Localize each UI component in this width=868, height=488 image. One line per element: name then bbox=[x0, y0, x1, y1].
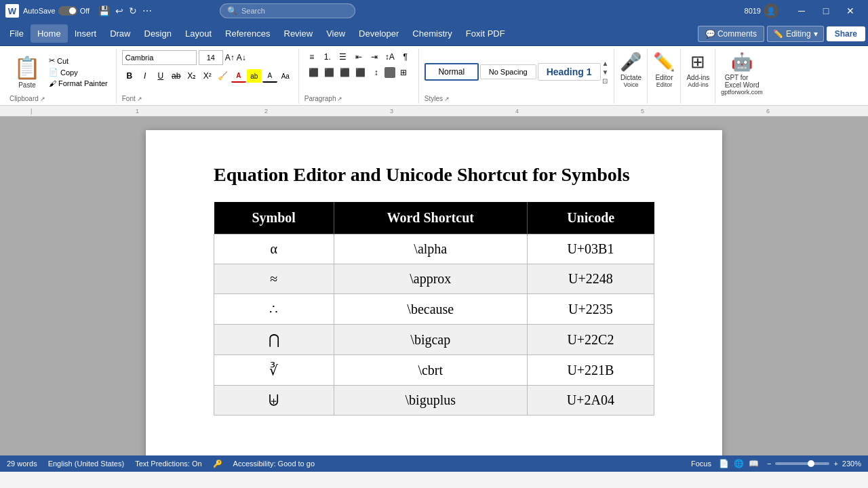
autosave-state: Off bbox=[80, 7, 90, 15]
maximize-button[interactable]: □ bbox=[814, 0, 838, 22]
ruler-mark-3: 3 bbox=[390, 108, 393, 115]
multilevel-button[interactable]: ☰ bbox=[336, 50, 351, 64]
addins-label: Add-ins bbox=[686, 74, 709, 81]
indent-inc-button[interactable]: ⇥ bbox=[367, 50, 382, 64]
menu-design[interactable]: Design bbox=[138, 24, 178, 43]
editor-label: Editor bbox=[655, 74, 673, 81]
menu-home[interactable]: Home bbox=[31, 24, 68, 43]
styles-down-arrow[interactable]: ▼ bbox=[602, 68, 609, 76]
underline-button[interactable]: U bbox=[153, 69, 168, 83]
status-right: Focus 📄 🌐 📖 − + 230% bbox=[691, 458, 861, 470]
search-input[interactable] bbox=[241, 7, 336, 15]
bullets-button[interactable]: ≡ bbox=[304, 50, 319, 64]
ribbon-section-addins[interactable]: ⊞ Add-ins Add-ins bbox=[681, 49, 715, 104]
font-label: Font ↗ bbox=[122, 95, 293, 102]
user-number: 8019 bbox=[745, 7, 761, 15]
format-painter-button[interactable]: 🖌 Format Painter bbox=[46, 79, 111, 88]
undo-icon[interactable]: ↩ bbox=[113, 4, 125, 18]
font-expand-icon[interactable]: ↗ bbox=[137, 96, 142, 102]
autosave-label: AutoSave bbox=[23, 7, 56, 15]
align-center-button[interactable]: ⬛ bbox=[322, 66, 337, 79]
zoom-in-icon[interactable]: + bbox=[833, 460, 837, 468]
ribbon-section-gpt[interactable]: 🤖 GPT forExcel Word gptforwork.com bbox=[715, 49, 768, 104]
align-right-button[interactable]: ⬛ bbox=[338, 66, 353, 79]
save-icon[interactable]: 💾 bbox=[96, 4, 112, 18]
highlight-button[interactable]: ab bbox=[247, 69, 262, 83]
cell-unicode-3: U+22C2 bbox=[527, 325, 654, 355]
cell-symbol-4: ∛ bbox=[214, 355, 334, 386]
styles-up-arrow[interactable]: ▲ bbox=[602, 60, 609, 67]
subscript-button[interactable]: X₂ bbox=[184, 69, 199, 83]
paste-button[interactable]: 📋 Paste bbox=[9, 54, 45, 89]
styles-expand-arrow[interactable]: ⊡ bbox=[602, 77, 609, 85]
show-marks-button[interactable]: ¶ bbox=[398, 50, 413, 64]
copy-button[interactable]: 📄 Copy bbox=[46, 67, 111, 77]
style-normal[interactable]: Normal bbox=[425, 63, 479, 81]
menu-review[interactable]: Review bbox=[277, 24, 320, 43]
align-left-button[interactable]: ⬛ bbox=[307, 66, 321, 79]
redo-icon[interactable]: ↻ bbox=[127, 4, 139, 18]
font-grow-icon[interactable]: A↑ bbox=[225, 53, 235, 62]
superscript-button[interactable]: X² bbox=[200, 69, 215, 83]
menu-view[interactable]: View bbox=[319, 24, 352, 43]
menu-developer[interactable]: Developer bbox=[352, 24, 406, 43]
menu-insert[interactable]: Insert bbox=[68, 24, 104, 43]
indent-dec-button[interactable]: ⇤ bbox=[351, 50, 366, 64]
menu-references[interactable]: References bbox=[218, 24, 277, 43]
web-layout-icon[interactable]: 🌐 bbox=[733, 458, 745, 470]
share-button[interactable]: Share bbox=[827, 26, 865, 41]
clipboard-label: Clipboard ↗ bbox=[9, 95, 111, 102]
font-shrink-icon[interactable]: A↓ bbox=[237, 53, 246, 62]
styles-expand-icon[interactable]: ↗ bbox=[444, 96, 450, 102]
paste-label: Paste bbox=[18, 81, 36, 89]
minimize-button[interactable]: ─ bbox=[789, 0, 814, 22]
autosave-toggle[interactable] bbox=[58, 6, 77, 16]
menu-foxit[interactable]: Foxit PDF bbox=[459, 24, 512, 43]
bold-button[interactable]: B bbox=[122, 69, 137, 83]
paragraph-expand-icon[interactable]: ↗ bbox=[337, 96, 342, 102]
comments-button[interactable]: 💬 Comments bbox=[698, 26, 764, 42]
zoom-slider[interactable] bbox=[775, 462, 829, 465]
close-button[interactable]: ✕ bbox=[838, 0, 863, 22]
symbol-table: Symbol Word Shortcut Unicode α\alphaU+03… bbox=[214, 202, 654, 415]
strikethrough-button[interactable]: ab bbox=[169, 69, 184, 83]
borders-button[interactable]: ⊞ bbox=[396, 66, 411, 79]
editing-button[interactable]: ✏️ Editing ▾ bbox=[767, 26, 824, 42]
font-name-input[interactable] bbox=[122, 50, 197, 65]
sort-button[interactable]: ↕A bbox=[382, 50, 397, 64]
italic-button[interactable]: I bbox=[138, 69, 153, 83]
menu-draw[interactable]: Draw bbox=[103, 24, 137, 43]
menu-file[interactable]: File bbox=[3, 24, 31, 43]
clipboard-expand-icon[interactable]: ↗ bbox=[40, 96, 45, 102]
justify-button[interactable]: ⬛ bbox=[353, 66, 368, 79]
print-layout-icon[interactable]: 📄 bbox=[718, 458, 730, 470]
col-symbol-header: Symbol bbox=[214, 202, 334, 235]
more-toolbar-icon[interactable]: ⋯ bbox=[140, 4, 154, 18]
focus-label[interactable]: Focus bbox=[691, 460, 711, 468]
read-mode-icon[interactable]: 📖 bbox=[748, 458, 760, 470]
menu-layout[interactable]: Layout bbox=[178, 24, 218, 43]
shading-button[interactable] bbox=[384, 67, 395, 78]
text-color-button[interactable]: A bbox=[262, 69, 277, 83]
editor-icon: ✏️ bbox=[653, 52, 675, 73]
accessibility-icon: 🔑 bbox=[213, 460, 222, 468]
ribbon-section-editor[interactable]: ✏️ Editor Editor bbox=[648, 49, 681, 104]
font-size-input[interactable] bbox=[199, 50, 223, 65]
cell-symbol-5: ⨄ bbox=[214, 386, 334, 415]
autosave-knob bbox=[69, 7, 76, 14]
quick-access-toolbar: 💾 ↩ ↻ ⋯ bbox=[96, 4, 154, 18]
style-heading1[interactable]: Heading 1 bbox=[538, 63, 601, 81]
zoom-out-icon[interactable]: − bbox=[767, 460, 771, 468]
change-case-button[interactable]: Aa bbox=[278, 69, 293, 83]
font-color-button[interactable]: A bbox=[231, 69, 246, 83]
user-avatar[interactable]: 👤 bbox=[764, 3, 778, 18]
line-spacing-button[interactable]: ↕ bbox=[369, 66, 384, 79]
clear-format-button[interactable]: 🧹 bbox=[216, 69, 231, 83]
addins-group-label: Add-ins bbox=[688, 81, 709, 88]
ribbon-section-voice[interactable]: 🎤 Dictate Voice bbox=[614, 49, 648, 104]
menu-chemistry[interactable]: Chemistry bbox=[406, 24, 459, 43]
style-no-spacing[interactable]: No Spacing bbox=[480, 64, 536, 79]
cut-button[interactable]: ✂ Cut bbox=[46, 56, 111, 66]
zoom-bar: − + 230% bbox=[767, 460, 861, 468]
numbering-button[interactable]: 1. bbox=[320, 50, 335, 64]
